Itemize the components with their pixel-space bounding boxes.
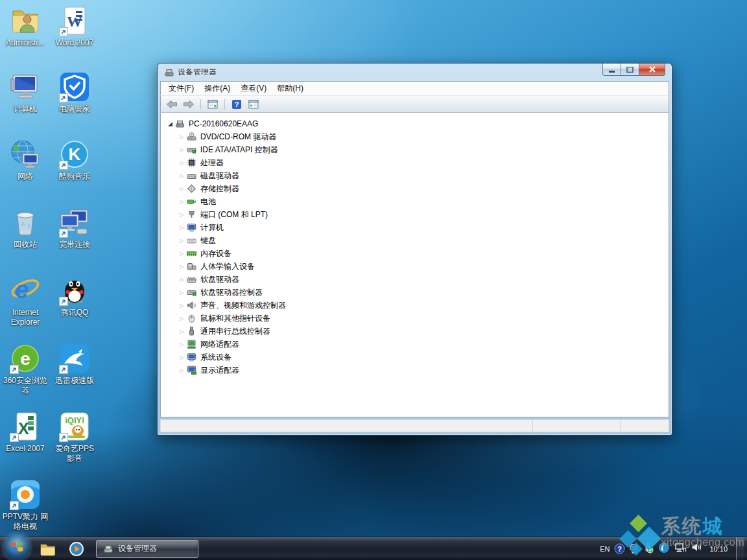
expand-arrow-icon[interactable]: ▷ [178,329,186,334]
expand-arrow-icon[interactable]: ▷ [178,160,186,166]
tree-item-root[interactable]: ◢ PC-20160620EAAG [161,117,669,130]
expand-arrow-icon[interactable]: ▷ [178,290,186,296]
desktop-icon-word-2007[interactable]: W Word 2007 [51,5,99,48]
expand-arrow-icon[interactable]: ▷ [178,147,186,153]
taskbar-button-device-manager[interactable]: 设备管理器 [96,540,198,558]
title-bar[interactable]: 设备管理器 [160,64,669,81]
shortcut-arrow-icon [10,433,19,442]
desktop-icon-excel-2007[interactable]: X Excel 2007 [1,411,49,454]
desktop-icon-label: 计算机 [1,104,49,114]
expand-arrow-icon[interactable]: ▷ [178,173,186,179]
desktop-icon-broadband[interactable]: 宽带连接 [51,207,99,250]
expand-arrow-icon[interactable]: ▷ [178,316,186,321]
word-icon: W [59,5,90,36]
expand-arrow-icon[interactable]: ▷ [178,303,186,309]
desktop-icon-360-browser[interactable]: e 360安全浏览器 [1,343,49,395]
help-button[interactable]: ? [230,97,244,111]
desktop-icon-qq[interactable]: 腾讯QQ [51,275,99,318]
tree-item-label: 软盘驱动器控制器 [200,287,263,298]
expand-arrow-icon[interactable]: ▷ [178,134,186,140]
tree-item[interactable]: ▷ 存储控制器 [161,182,669,195]
tree-item-label: 磁盘驱动器 [200,170,239,181]
tree-item[interactable]: ▷ 通用串行总线控制器 [161,325,669,338]
tree-item-label: 内存设备 [200,248,231,259]
menu-help[interactable]: 帮助(H) [272,82,309,95]
console-tree-button[interactable] [206,97,220,111]
menu-view[interactable]: 查看(V) [235,82,272,95]
desktop-icon-pptv[interactable]: PPTV聚力 网络电视 [1,479,49,531]
expand-arrow-icon[interactable]: ▷ [178,264,186,270]
desktop-icon-thunder[interactable]: 迅雷极速版 [51,343,99,386]
expand-arrow-icon[interactable]: ▷ [178,225,186,231]
tree-item[interactable]: ▷ 端口 (COM 和 LPT) [161,208,669,221]
language-indicator[interactable]: EN [600,545,610,553]
expand-arrow-icon[interactable]: ▷ [178,212,186,218]
desktop-icon-internet-explorer[interactable]: e Internet Explorer [1,275,49,327]
status-pane-main [161,420,533,432]
expand-arrow-icon[interactable]: ▷ [178,368,186,373]
desktop-icon-iqiyi[interactable]: iQIYI 爱奇艺PPS 影音 [51,411,99,463]
collapse-arrow-icon[interactable]: ◢ [166,121,174,127]
start-button[interactable] [4,534,30,560]
desktop-icon-pc-manager[interactable]: 电脑管家 [51,71,99,114]
minimize-button[interactable] [602,64,621,76]
status-pane-secondary [533,420,621,432]
maximize-button[interactable] [621,64,639,76]
hid-icon [186,261,197,272]
expand-arrow-icon[interactable]: ▷ [178,199,186,205]
expand-arrow-icon[interactable]: ▷ [178,355,186,360]
desktop-icon-network[interactable]: 网络 [1,139,49,181]
tree-item[interactable]: ▷ 内存设备 [161,247,669,260]
desktop-icon-computer[interactable]: 计算机 [1,71,49,114]
watermark-url: xitongcheng.com [661,537,744,548]
tree-item[interactable]: ▷ 网络适配器 [161,338,669,351]
menu-action[interactable]: 操作(A) [199,82,235,95]
tree-item[interactable]: ▷ 电池 [161,195,669,208]
menu-file[interactable]: 文件(F) [163,82,199,95]
device-manager-icon [164,67,174,78]
close-button[interactable] [639,64,665,76]
desktop: Administr... W Word 2007 计算机 电脑管家 网络 K 酷… [0,0,747,560]
recycle-bin-icon [10,207,41,238]
tree-item-label: 端口 (COM 和 LPT) [200,209,268,220]
tree-item-label: 键盘 [200,235,216,246]
computer-icon [186,222,197,233]
tree-item[interactable]: ▷ 系统设备 [161,351,669,364]
desktop-icon-administrator[interactable]: Administr... [1,5,49,48]
tree-item[interactable]: ▷ 显示适配器 [161,364,669,377]
media-player-taskbar-icon[interactable] [65,540,88,558]
tree-item[interactable]: ▷ IDE ATA/ATAPI 控制器 [161,143,669,156]
shortcut-arrow-icon [59,229,68,238]
explorer-taskbar-icon[interactable] [37,540,59,558]
tree-item[interactable]: ▷ DVD/CD-ROM 驱动器 [161,130,669,143]
window-title: 设备管理器 [178,67,217,78]
tree-item[interactable]: ▷ 鼠标和其他指针设备 [161,312,669,325]
forward-button[interactable] [182,97,196,111]
tree-item-label: 显示适配器 [200,365,239,376]
expand-arrow-icon[interactable]: ▷ [178,251,186,257]
tree-item[interactable]: ▷ 处理器 [161,156,669,169]
expand-arrow-icon[interactable]: ▷ [178,277,186,283]
expand-arrow-icon[interactable]: ▷ [178,238,186,244]
computer-icon [10,71,41,102]
expand-arrow-icon[interactable]: ▷ [178,186,186,192]
floppy-controller-icon [186,287,197,298]
action-pane-button[interactable] [246,97,261,111]
tree-item[interactable]: ▷ 软盘驱动器控制器 [161,286,669,299]
tree-item[interactable]: ▷ 计算机 [161,221,669,234]
tree-item-label: 软盘驱动器 [200,274,239,285]
ide-controller-icon [186,145,197,155]
back-button[interactable] [165,97,179,111]
tree-item[interactable]: ▷ 磁盘驱动器 [161,169,669,182]
storage-controller-icon [186,183,197,194]
tree-item[interactable]: ▷ 人体学输入设备 [161,260,669,273]
tree-item[interactable]: ▷ 键盘 [161,234,669,247]
desktop-icon-label: 迅雷极速版 [51,376,99,386]
expand-arrow-icon[interactable]: ▷ [178,342,186,347]
desktop-icon-recycle-bin[interactable]: 回收站 [1,207,49,250]
desktop-icon-kugou[interactable]: K 酷狗音乐 [51,139,99,181]
tree-item[interactable]: ▷ 声音、视频和游戏控制器 [161,299,669,312]
tree-item[interactable]: ▷ 软盘驱动器 [161,273,669,286]
mouse-icon [186,313,197,323]
processor-icon [186,158,197,168]
